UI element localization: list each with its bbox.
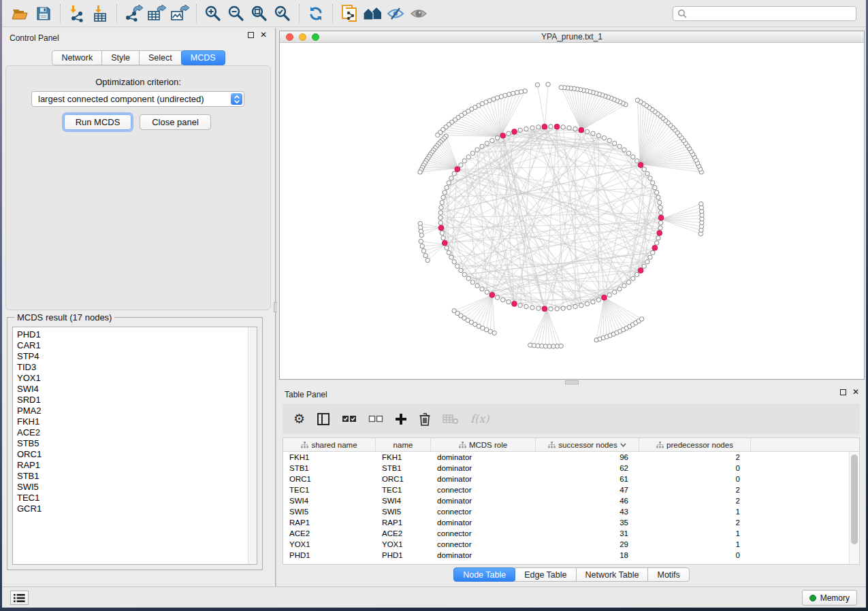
- export-table-icon[interactable]: [145, 3, 168, 24]
- ring-node[interactable]: [443, 191, 447, 195]
- mcds-hub-node[interactable]: [602, 295, 607, 300]
- delete-table-icon[interactable]: [443, 414, 459, 425]
- task-history-button[interactable]: [10, 591, 29, 605]
- table-row[interactable]: SWI4SWI4dominator462: [283, 495, 859, 506]
- ring-node[interactable]: [596, 298, 600, 302]
- ring-node[interactable]: [651, 250, 655, 254]
- ring-node[interactable]: [447, 181, 451, 185]
- ring-node[interactable]: [642, 167, 646, 171]
- ring-node[interactable]: [530, 306, 534, 310]
- mcds-list-scrollbar[interactable]: [248, 327, 257, 564]
- mcds-result-node[interactable]: STB5: [13, 438, 247, 449]
- zoom-selected-icon[interactable]: [271, 3, 294, 24]
- ring-node[interactable]: [579, 303, 583, 308]
- ring-node[interactable]: [449, 176, 453, 180]
- mcds-result-node[interactable]: STP4: [13, 351, 247, 362]
- leaf-node[interactable]: [546, 82, 550, 86]
- mcds-result-node[interactable]: YOX1: [13, 373, 247, 384]
- ring-node[interactable]: [658, 200, 662, 204]
- ring-node[interactable]: [642, 264, 646, 268]
- column-header-predecessor-nodes[interactable]: predecessor nodes: [639, 438, 751, 451]
- table-settings-icon[interactable]: ⚙: [293, 412, 305, 425]
- ring-node[interactable]: [536, 306, 541, 310]
- ring-node[interactable]: [438, 216, 443, 220]
- ring-node[interactable]: [459, 163, 463, 167]
- ring-node[interactable]: [485, 142, 489, 146]
- leaf-node[interactable]: [523, 89, 527, 93]
- leaf-node[interactable]: [436, 133, 440, 137]
- column-header-shared-name[interactable]: shared name: [283, 438, 376, 451]
- tab-node-table[interactable]: Node Table: [453, 567, 515, 582]
- ring-node[interactable]: [470, 280, 475, 284]
- create-column-icon[interactable]: [395, 413, 407, 425]
- ring-node[interactable]: [549, 125, 553, 129]
- refresh-icon[interactable]: [304, 3, 327, 24]
- ring-node[interactable]: [656, 236, 660, 240]
- leaf-node[interactable]: [420, 244, 424, 248]
- tab-network[interactable]: Network: [52, 50, 102, 65]
- ring-node[interactable]: [591, 300, 595, 304]
- ring-node[interactable]: [635, 272, 639, 276]
- ring-node[interactable]: [452, 260, 456, 264]
- ring-node[interactable]: [607, 138, 611, 142]
- ring-node[interactable]: [445, 246, 449, 250]
- ring-node[interactable]: [585, 129, 589, 133]
- ring-node[interactable]: [567, 306, 571, 310]
- show-columns-icon[interactable]: [317, 412, 330, 426]
- ring-node[interactable]: [441, 195, 445, 199]
- mcds-hub-node[interactable]: [442, 240, 447, 246]
- ring-node[interactable]: [561, 306, 565, 310]
- leaf-node[interactable]: [515, 90, 519, 95]
- table-row[interactable]: STB1STB1dominator620: [283, 463, 859, 474]
- tab-style[interactable]: Style: [101, 50, 140, 65]
- ring-node[interactable]: [490, 138, 494, 142]
- save-icon[interactable]: [32, 3, 55, 24]
- leaf-node[interactable]: [519, 90, 523, 94]
- ring-node[interactable]: [602, 136, 606, 140]
- ring-node[interactable]: [658, 226, 662, 230]
- tab-mcds[interactable]: MCDS: [181, 50, 225, 65]
- table-row[interactable]: SWI5SWI5connector431: [283, 506, 859, 517]
- table-row[interactable]: TEC1TEC1connector472: [283, 484, 859, 495]
- ring-node[interactable]: [655, 241, 659, 245]
- home-icon[interactable]: [361, 3, 384, 24]
- ring-node[interactable]: [501, 298, 505, 302]
- ring-node[interactable]: [507, 131, 511, 135]
- scrollbar-thumb[interactable]: [851, 455, 858, 544]
- table-row[interactable]: FKH1FKH1dominator962: [283, 452, 859, 463]
- mcds-result-node[interactable]: PMA2: [13, 406, 247, 416]
- ring-node[interactable]: [651, 181, 655, 185]
- ring-node[interactable]: [658, 205, 662, 210]
- leaf-node[interactable]: [419, 233, 423, 237]
- mcds-hub-node[interactable]: [542, 124, 547, 129]
- ring-node[interactable]: [495, 136, 499, 140]
- ring-node[interactable]: [613, 290, 617, 294]
- leaf-node[interactable]: [425, 258, 430, 262]
- ring-node[interactable]: [459, 268, 463, 272]
- ring-node[interactable]: [449, 255, 453, 259]
- ring-node[interactable]: [518, 303, 522, 308]
- close-window-icon[interactable]: [286, 33, 293, 41]
- leaf-node[interactable]: [559, 344, 563, 348]
- ring-node[interactable]: [613, 142, 617, 146]
- leaf-node[interactable]: [423, 254, 428, 258]
- zoom-in-icon[interactable]: [202, 3, 225, 24]
- mcds-result-node[interactable]: GCR1: [13, 503, 247, 514]
- ring-node[interactable]: [536, 125, 541, 129]
- ring-node[interactable]: [475, 148, 479, 152]
- ring-node[interactable]: [440, 231, 444, 235]
- select-all-columns-icon[interactable]: [342, 415, 357, 423]
- ring-node[interactable]: [438, 220, 443, 225]
- tab-motifs[interactable]: Motifs: [647, 567, 689, 582]
- mcds-result-node[interactable]: STB1: [13, 471, 247, 482]
- ring-node[interactable]: [466, 155, 470, 159]
- ring-node[interactable]: [622, 284, 626, 288]
- criterion-select[interactable]: largest connected component (undirected): [31, 91, 244, 107]
- mcds-hub-node[interactable]: [438, 225, 444, 231]
- mcds-result-node[interactable]: SWI4: [13, 384, 247, 395]
- mcds-hub-node[interactable]: [455, 167, 460, 172]
- mcds-result-node[interactable]: ORC1: [13, 449, 247, 460]
- ring-node[interactable]: [653, 186, 657, 190]
- mcds-hub-node[interactable]: [638, 163, 643, 168]
- ring-node[interactable]: [485, 290, 489, 294]
